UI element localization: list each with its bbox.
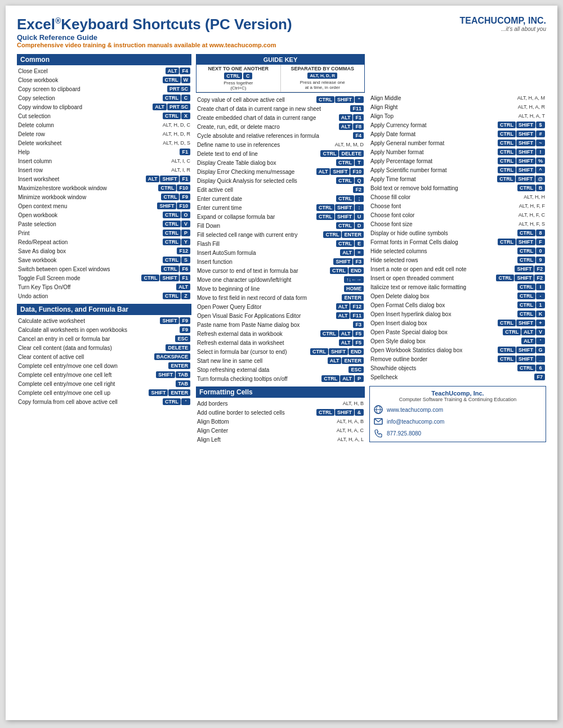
shortcut-row: Align Top ALT, H, A, T bbox=[369, 111, 546, 120]
shortcut-row: Fill selected cell range with current en… bbox=[196, 230, 365, 239]
header-left: Excel®Keyboard Shortcuts (PC Version) Qu… bbox=[17, 16, 292, 52]
shortcut-row: Insert worksheet ALTSHIFTF1 bbox=[17, 174, 191, 183]
shortcut-row: Insert column ALT, I, C bbox=[17, 156, 191, 165]
shortcut-row: Print CTRLP bbox=[17, 228, 191, 237]
shortcut-row: Edit active cell F2 bbox=[196, 185, 365, 194]
shortcut-row: Delete row ALT, H, D, R bbox=[17, 129, 191, 138]
shortcut-row: Create, run, edit, or delete macro ALTF8 bbox=[196, 122, 365, 131]
shortcut-row: Delete column ALT, H, D, C bbox=[17, 120, 191, 129]
shortcut-row: Save As dialog box F12 bbox=[17, 246, 191, 255]
data-section-header: Data, Functions, and Formula Bar bbox=[17, 304, 191, 315]
shortcut-row: Align Bottom ALT, H, A, B bbox=[196, 417, 365, 426]
shortcut-row: Align Center ALT, H, A, C bbox=[196, 426, 365, 435]
shortcut-row: Help F1 bbox=[17, 147, 191, 156]
footer-company-name: TeachUcomp, Inc. bbox=[373, 390, 542, 397]
shortcut-row: Italicize text or remove italic formatti… bbox=[369, 282, 546, 291]
shortcut-row: Align Right ALT, H, A, R bbox=[369, 102, 546, 111]
brand-logo: TEACHUCOMP, INC. ...it's all about you bbox=[460, 16, 547, 32]
shortcut-row: Open workbook CTRLO bbox=[17, 210, 191, 219]
shortcut-row: Calculate all worksheets in open workboo… bbox=[17, 325, 191, 334]
header-subtitle: Quick Reference Guide bbox=[17, 33, 292, 42]
shortcut-row: Complete cell entry/move one cell left S… bbox=[17, 370, 191, 379]
shortcut-row: Refresh external data in worksheet ALTF5 bbox=[196, 338, 365, 347]
shortcut-row: Choose font color ALT, H, F, C bbox=[369, 210, 546, 219]
shortcut-row: Copy window to clipboard ALTPRT SC bbox=[17, 102, 191, 111]
footer-website-row: www.teachucomp.com bbox=[373, 405, 542, 415]
shortcut-row: Toggle Full Screen mode CTRLSHIFTF1 bbox=[17, 273, 191, 282]
shortcut-row: Copy selection CTRLC bbox=[17, 93, 191, 102]
shortcut-row: Apply Percentage format CTRLSHIFT% bbox=[369, 156, 546, 165]
shortcut-row: Display or hide outline symbols CTRL8 bbox=[369, 228, 546, 237]
shortcut-row: Turn Key Tips On/Off ALT bbox=[17, 282, 191, 291]
footer-contact-box: TeachUcomp, Inc. Computer Software Train… bbox=[369, 386, 546, 442]
shortcut-row: Open Style dialog box ALT' bbox=[369, 336, 546, 345]
shortcut-row: Apply Currency format CTRLSHIFT$ bbox=[369, 120, 546, 129]
shortcut-row: Open Delete dialog box CTRL- bbox=[369, 291, 546, 300]
shortcut-row: Insert or open threaded comment CTRLSHIF… bbox=[369, 273, 546, 282]
footer-email[interactable]: info@teachucomp.com bbox=[387, 419, 444, 425]
shortcut-row: Move to first field in next record of da… bbox=[196, 293, 365, 302]
brand-tagline: ...it's all about you bbox=[460, 26, 547, 32]
shortcut-row: Display Error Checking menu/message ALTS… bbox=[196, 167, 365, 176]
shortcut-row: Bold text or remove bold formatting CTRL… bbox=[369, 183, 546, 192]
shortcut-row: Open Visual Basic For Applications Edito… bbox=[196, 311, 365, 320]
shortcut-row: Move cursor to end of text in formula ba… bbox=[196, 266, 365, 275]
title-rest: Keyboard Shortcuts (PC Version) bbox=[61, 16, 292, 33]
shortcut-row: Enter current time CTRLSHIFT: bbox=[196, 203, 365, 212]
shortcut-row: Close Excel ALTF4 bbox=[17, 66, 191, 75]
shortcut-row: Create chart of data in current range in… bbox=[196, 104, 365, 113]
shortcut-row: Open Format Cells dialog box CTRL1 bbox=[369, 300, 546, 309]
footer-website[interactable]: www.teachucomp.com bbox=[387, 407, 443, 413]
brand-name: TEACHUCOMP, INC. bbox=[460, 16, 547, 26]
middle-column: GUIDE KEY NEXT TO ONE ANOTHER CTRL C Pre… bbox=[196, 54, 365, 444]
phone-icon bbox=[373, 428, 383, 438]
shortcut-row: Clear cell content (data and formulas) D… bbox=[17, 343, 191, 352]
shortcut-row: Flash Fill CTRLE bbox=[196, 239, 365, 248]
guide-key-box: GUIDE KEY NEXT TO ONE ANOTHER CTRL C Pre… bbox=[196, 54, 365, 93]
shortcut-row: Calculate active worksheet SHIFTF9 bbox=[17, 316, 191, 325]
shortcut-row: Delete worksheet ALT, H, D, S bbox=[17, 138, 191, 147]
shortcut-row: Paste selection CTRLV bbox=[17, 219, 191, 228]
shortcut-row: Start new line in same cell ALTENTER bbox=[196, 356, 365, 365]
shortcut-row: Minimize workbook window CTRLF9 bbox=[17, 192, 191, 201]
left-column: Common Close Excel ALTF4 Close workbook … bbox=[17, 54, 191, 444]
shortcut-row: Move to beginning of line HOME bbox=[196, 284, 365, 293]
shortcut-row: Maximize/restore workbook window CTRLF10 bbox=[17, 183, 191, 192]
header: Excel®Keyboard Shortcuts (PC Version) Qu… bbox=[17, 16, 546, 52]
shortcut-row: Insert a note or open and edit cell note… bbox=[369, 264, 546, 273]
shortcut-row: Open Power Query Editor ALTF12 bbox=[196, 302, 365, 311]
shortcut-row: Add borders ALT, H, B bbox=[196, 399, 365, 408]
shortcut-row: Choose font ALT, H, F, F bbox=[369, 201, 546, 210]
shortcut-row: Align Left ALT, H, A, L bbox=[196, 435, 365, 444]
shortcut-row: Format fonts in Format Cells dialog CTRL… bbox=[369, 237, 546, 246]
shortcut-row: Apply General number format CTRLSHIFT~ bbox=[369, 138, 546, 147]
shortcut-row: Stop refreshing external data ESC bbox=[196, 365, 365, 374]
shortcut-row: Show/hide objects CTRL6 bbox=[369, 363, 546, 372]
shortcut-row: Move one character up/down/left/right ↑↓… bbox=[196, 275, 365, 284]
footer-phone-row: 877.925.8080 bbox=[373, 428, 542, 438]
title-excel: Excel bbox=[17, 16, 55, 33]
shortcut-row: Apply Number format CTRLSHIFT! bbox=[369, 147, 546, 156]
shortcut-row: Open Paste Special dialog box CTRLALTV bbox=[369, 327, 546, 336]
shortcut-row: Apply Scientific number format CTRLSHIFT… bbox=[369, 165, 546, 174]
shortcut-row: Refresh external data in workbook CTRLAL… bbox=[196, 329, 365, 338]
shortcut-row: Paste name from Paste Name dialog box F3 bbox=[196, 320, 365, 329]
shortcut-row: Complete cell entry/move one cell up SHI… bbox=[17, 388, 191, 397]
shortcut-row: Choose font size ALT, H, F, S bbox=[369, 219, 546, 228]
page: Excel®Keyboard Shortcuts (PC Version) Qu… bbox=[6, 6, 557, 720]
reg-symbol: ® bbox=[55, 16, 61, 25]
footer-email-row: info@teachucomp.com bbox=[373, 416, 542, 426]
footer-contact-info: www.teachucomp.com info@teachucomp.com bbox=[373, 405, 542, 438]
shortcut-row: Display Create Table dialog box CTRLT bbox=[196, 158, 365, 167]
shortcut-row: Delete text to end of line CTRLDELETE bbox=[196, 149, 365, 158]
shortcut-row: Cancel an entry in cell or formula bar E… bbox=[17, 334, 191, 343]
formatting-section-header: Formatting Cells bbox=[196, 387, 365, 398]
shortcut-row: Remove outline border CTRLSHIFT_ bbox=[369, 354, 546, 363]
shortcut-row: Select in formula bar (cursor to end) CT… bbox=[196, 347, 365, 356]
shortcut-row: Complete cell entry/move one cell down E… bbox=[17, 361, 191, 370]
footer-company-sub: Computer Software Training & Continuing … bbox=[373, 397, 542, 402]
shortcut-row: Hide selected rows CTRL9 bbox=[369, 255, 546, 264]
header-right: TEACHUCOMP, INC. ...it's all about you bbox=[460, 16, 547, 32]
shortcut-row: Spellcheck F7 bbox=[369, 372, 546, 381]
shortcut-row: Open Workbook Statistics dialog box CTRL… bbox=[369, 345, 546, 354]
